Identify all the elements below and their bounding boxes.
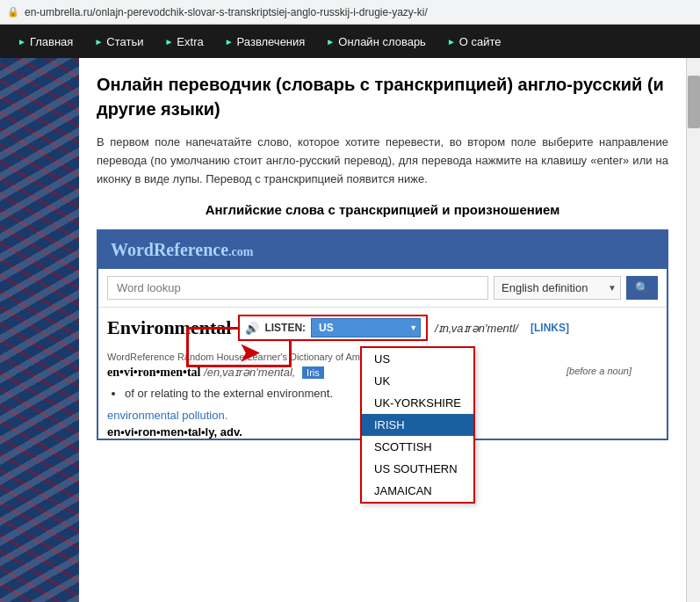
- nav-arrow-home: ►: [18, 37, 26, 47]
- main-content: Онлайн переводчик (словарь с транскрипци…: [0, 58, 700, 602]
- lock-icon: 🔒: [7, 6, 19, 18]
- wordref-header: WordReference.com: [98, 231, 667, 269]
- before-noun-note: [before a noun]: [566, 366, 631, 376]
- section-heading: Английские слова с транскрипцией и произ…: [97, 202, 668, 217]
- dropdown-item-irish[interactable]: IRISH: [362, 414, 473, 436]
- nav-label-home: Главная: [30, 35, 73, 48]
- accent-select[interactable]: US UK UK-YORKSHIRE IRISH SCOTTISH US SOU…: [311, 318, 421, 337]
- nav-arrow-articles: ►: [94, 37, 103, 47]
- phonetic-bold: en•vi•ron•men•tal: [107, 366, 200, 379]
- nav-bar: ► Главная ► Статьи ► Extra ► Развлечения…: [0, 25, 700, 58]
- nav-item-about[interactable]: ► О сайте: [438, 30, 510, 54]
- nav-arrow-dictionary: ►: [326, 37, 335, 47]
- listen-area: 🔊 LISTEN: US UK UK-YORKSHIRE IRISH SCOTT…: [238, 315, 428, 341]
- example-link[interactable]: environmental pollution.: [107, 409, 227, 422]
- iris-badge-text: Iris: [302, 366, 324, 379]
- nav-label-articles: Статьи: [106, 35, 143, 48]
- accent-select-wrapper: US UK UK-YORKSHIRE IRISH SCOTTISH US SOU…: [311, 318, 421, 337]
- lang-select-arrow-icon: ▼: [608, 283, 617, 293]
- search-button[interactable]: 🔍: [626, 276, 658, 300]
- nav-label-extra: Extra: [177, 35, 203, 48]
- links-button[interactable]: [LINKS]: [530, 322, 569, 334]
- dropdown-item-scottish[interactable]: SCOTTISH: [362, 436, 473, 458]
- listen-label: LISTEN:: [264, 322, 306, 334]
- wordref-widget: WordReference.com English definition Eng…: [97, 229, 668, 440]
- nav-item-extra[interactable]: ► Extra: [155, 30, 212, 54]
- nav-arrow-about: ►: [447, 37, 456, 47]
- lang-select-wrapper: English definition English→Russian Russi…: [494, 276, 621, 300]
- right-sidebar-scrollbar[interactable]: [686, 58, 700, 602]
- wordref-logo: WordReference.com: [111, 240, 253, 260]
- description-text: В первом поле напечатайте слово, которое…: [97, 134, 668, 188]
- nav-item-entertainment[interactable]: ► Развлечения: [216, 30, 314, 54]
- wordref-search-row: English definition English→Russian Russi…: [98, 269, 667, 308]
- scrollbar-thumb[interactable]: [688, 76, 700, 128]
- phonetic-ipa: /en‚vaɪrən'mental,: [204, 366, 295, 379]
- nav-item-dictionary[interactable]: ► Онлайн словарь: [317, 30, 435, 54]
- left-sidebar: [0, 58, 79, 602]
- red-arrow-icon: ➤: [239, 338, 259, 367]
- accent-dropdown: US UK UK-YORKSHIRE IRISH SCOTTISH US SOU…: [360, 346, 475, 504]
- dropdown-item-us[interactable]: US: [362, 348, 473, 370]
- dropdown-item-uk[interactable]: UK: [362, 370, 473, 392]
- speaker-icon: 🔊: [245, 322, 259, 335]
- transcription: /ɪn‚vaɪrən'mentl/: [435, 322, 518, 335]
- nav-label-entertainment: Развлечения: [237, 35, 306, 48]
- word-entry-row: Environmental ➤ 🔊 LISTEN: US UK UK-YORKS…: [98, 308, 667, 348]
- search-input[interactable]: [107, 276, 488, 300]
- lang-select[interactable]: English definition English→Russian Russi…: [494, 277, 608, 299]
- content-area: Онлайн переводчик (словарь с транскрипци…: [79, 58, 686, 602]
- dropdown-item-jamaican[interactable]: JAMAICAN: [362, 480, 473, 502]
- dropdown-item-us-southern[interactable]: US SOUTHERN: [362, 458, 473, 480]
- nav-arrow-entertainment: ►: [225, 37, 234, 47]
- page-title: Онлайн переводчик (словарь с транскрипци…: [97, 72, 668, 121]
- nav-arrow-extra: ►: [164, 37, 173, 47]
- nav-item-home[interactable]: ► Главная: [9, 30, 82, 54]
- nav-label-about: О сайте: [459, 35, 502, 48]
- url-text: en-umbrella.ru/onlajn-perevodchik-slovar…: [25, 6, 428, 18]
- nav-item-articles[interactable]: ► Статьи: [85, 30, 152, 54]
- dropdown-item-uk-yorkshire[interactable]: UK-YORKSHIRE: [362, 392, 473, 414]
- address-bar: 🔒 en-umbrella.ru/onlajn-perevodchik-slov…: [0, 0, 700, 25]
- iris-badge: Iris: [299, 366, 324, 379]
- nav-label-dictionary: Онлайн словарь: [338, 35, 426, 48]
